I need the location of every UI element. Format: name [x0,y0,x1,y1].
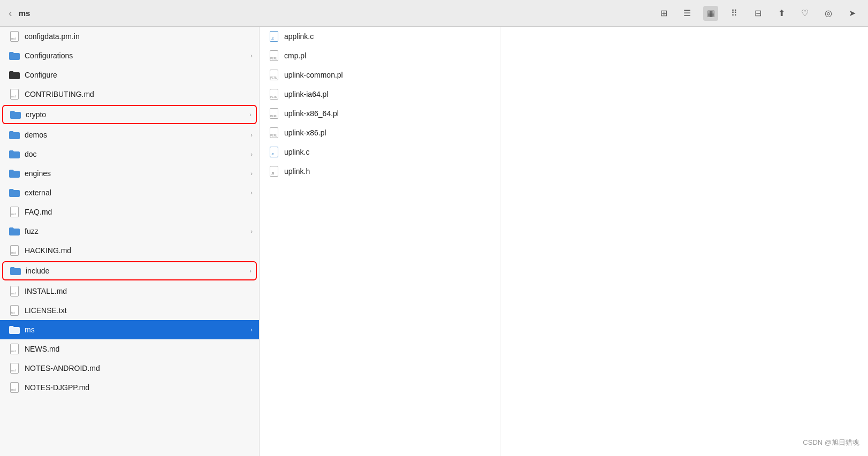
chevron-right-icon: › [250,228,253,234]
toolbar-title: ms [19,9,31,18]
folder-icon [9,50,20,62]
folder-icon [9,187,20,199]
file-name: uplink.h [284,167,493,176]
file-name: NEWS.md [25,345,253,353]
list-item-ms[interactable]: ms › [0,320,259,339]
list-item[interactable]: md FAQ.md [0,202,259,222]
file-icon: md [9,285,20,297]
chevron-right-icon: › [250,326,253,333]
list-item[interactable]: .h uplink.h [260,162,500,181]
chevron-right-icon: › [249,268,252,274]
list-item[interactable]: engines › [0,164,259,183]
heart-icon[interactable]: ♡ [797,6,812,21]
file-name: Configurations [25,51,248,60]
list-item[interactable]: md NOTES-DJGPP.md [0,378,259,397]
toolbar-icons: ⊞ ☰ ▦ ⠿ ⊟ ⬆ ♡ ◎ ➤ [656,6,859,21]
list-item-crypto[interactable]: crypto › [2,105,257,124]
back-button[interactable]: ‹ [9,7,12,19]
grid2-icon[interactable]: ⊞ [656,6,671,21]
list-item[interactable]: md configdata.pm.in [0,27,259,46]
toolbar-left: ‹ ms [9,7,30,19]
file-perl-icon: PERL [268,127,280,139]
file-name: uplink.c [284,148,493,156]
file-h-icon: .h [268,165,280,177]
file-name: external [25,188,248,197]
file-icon: md [9,362,20,374]
folder-icon [9,324,20,336]
list-item[interactable]: Configurations › [0,46,259,65]
file-name: include [26,267,247,275]
file-perl-icon: PERL [268,50,280,62]
folder-icon [9,148,20,160]
groups-icon[interactable]: ⊟ [750,6,765,21]
file-name: configdata.pm.in [25,32,253,41]
mid-panel: .c applink.c PERL cmp.pl PERL uplink-com… [260,27,500,456]
file-name: crypto [26,110,247,119]
list-item[interactable]: PERL uplink-x86.pl [260,123,500,142]
list-item[interactable]: PERL uplink-ia64.pl [260,85,500,104]
chevron-right-icon: › [250,189,253,196]
send-icon[interactable]: ➤ [844,6,859,21]
content-area: md configdata.pm.in Configurations › Con… [0,27,868,456]
list-item[interactable]: PERL uplink-x86_64.pl [260,104,500,123]
list-item-include[interactable]: include › [2,261,257,280]
list-item[interactable]: demos › [0,125,259,145]
file-icon: txt [9,305,20,316]
file-name: uplink-x86.pl [284,128,493,137]
file-icon: md [9,206,20,218]
folder-icon [9,69,20,81]
list-icon[interactable]: ☰ [680,6,695,21]
file-name: uplink-x86_64.pl [284,109,493,118]
file-icon: md [9,343,20,355]
list-item[interactable]: external › [0,183,259,202]
list-item[interactable]: Configure [0,65,259,85]
share-icon[interactable]: ⬆ [774,6,789,21]
list-item[interactable]: .c applink.c [260,27,500,46]
file-name: NOTES-ANDROID.md [25,364,253,373]
list-item[interactable]: .c uplink.c [260,142,500,162]
folder-icon [9,168,20,179]
folder-icon [10,109,21,120]
list-item[interactable]: doc › [0,145,259,164]
list-item[interactable]: md INSTALL.md [0,282,259,301]
file-name: Configure [25,71,253,79]
chevron-right-icon: › [250,170,253,177]
list-item[interactable]: md HACKING.md [0,241,259,260]
list-item[interactable]: txt LICENSE.txt [0,301,259,320]
list-item[interactable]: fuzz › [0,222,259,241]
file-c-icon: .c [268,146,280,158]
watermark: CSDN @旭日猎魂 [803,438,859,447]
file-perl-icon: PERL [268,108,280,119]
list-item[interactable]: PERL cmp.pl [260,46,500,65]
file-name: cmp.pl [284,51,493,60]
columns-icon[interactable]: ▦ [703,6,718,21]
chevron-right-icon: › [249,111,252,118]
file-name: HACKING.md [25,246,253,255]
file-perl-icon: PERL [268,88,280,100]
file-name: doc [25,150,248,158]
file-icon: md [9,245,20,256]
right-panel [500,27,868,456]
list-item[interactable]: md CONTRIBUTING.md [0,85,259,104]
folder-icon [9,129,20,141]
list-item[interactable]: md NEWS.md [0,339,259,359]
chevron-right-icon: › [250,132,253,138]
file-c-icon: .c [268,31,280,42]
file-name: uplink-ia64.pl [284,90,493,98]
folder-icon [9,225,20,237]
tag-icon[interactable]: ◎ [821,6,836,21]
file-name: LICENSE.txt [25,306,253,315]
file-name: ms [25,325,248,334]
tiles-icon[interactable]: ⠿ [727,6,742,21]
file-name: NOTES-DJGPP.md [25,383,253,392]
file-icon: md [9,382,20,393]
file-name: FAQ.md [25,208,253,216]
list-item[interactable]: PERL uplink-common.pl [260,65,500,85]
chevron-right-icon: › [250,151,253,157]
file-name: uplink-common.pl [284,71,493,79]
toolbar: ‹ ms ⊞ ☰ ▦ ⠿ ⊟ ⬆ ♡ ◎ ➤ [0,0,868,27]
file-name: fuzz [25,227,248,235]
list-item[interactable]: md NOTES-ANDROID.md [0,359,259,378]
folder-icon [10,265,21,277]
file-icon: md [9,88,20,100]
